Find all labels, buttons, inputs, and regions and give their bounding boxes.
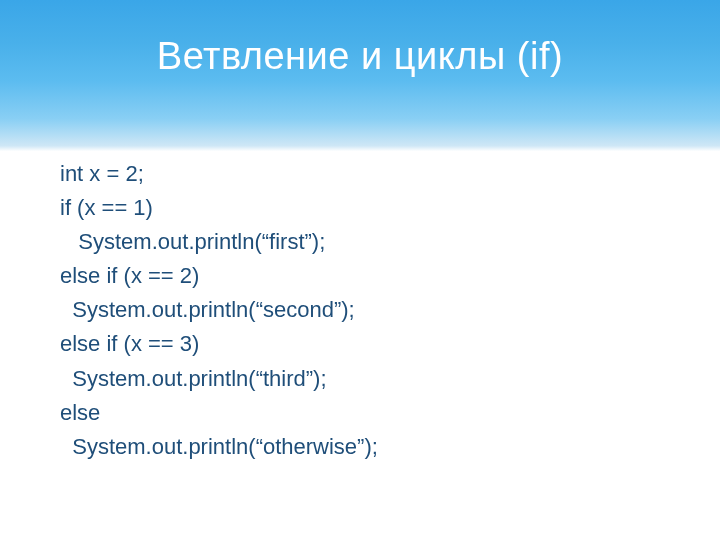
code-line: if (x == 1) [60, 191, 660, 225]
code-block: int x = 2; if (x == 1) System.out.printl… [60, 157, 660, 464]
code-line: else if (x == 2) [60, 259, 660, 293]
code-line: System.out.println(“second”); [60, 293, 660, 327]
code-line: int x = 2; [60, 157, 660, 191]
code-line: else [60, 396, 660, 430]
code-line: System.out.println(“first”); [60, 225, 660, 259]
code-line: System.out.println(“otherwise”); [60, 430, 660, 464]
code-line: else if (x == 3) [60, 327, 660, 361]
slide-title: Ветвление и циклы (if) [0, 35, 720, 78]
slide: Ветвление и циклы (if) int x = 2; if (x … [0, 0, 720, 540]
code-line: System.out.println(“third”); [60, 362, 660, 396]
